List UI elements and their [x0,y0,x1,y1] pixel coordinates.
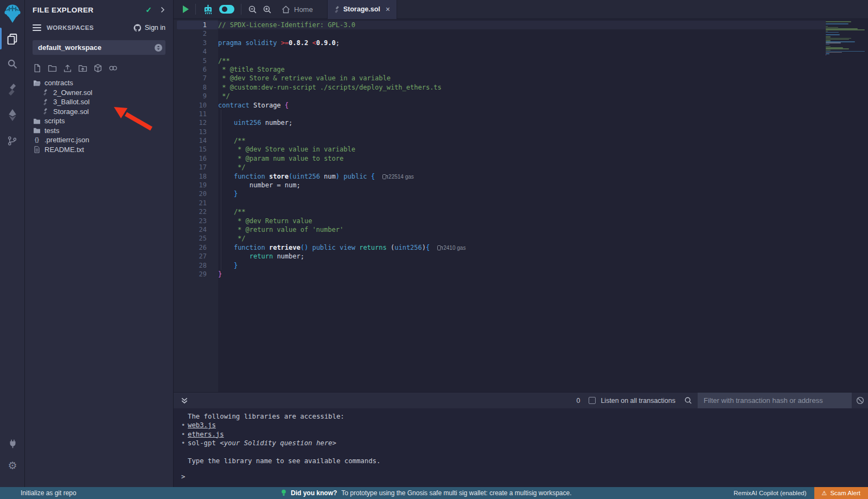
code-line[interactable]: */ [218,92,826,100]
code-line[interactable]: } [218,190,826,198]
remix-ide-window: ⚙ FILE EXPLORER ✓ WORKSPACES Sign in d [0,0,868,499]
code-line[interactable]: /** [218,56,826,65]
code-line[interactable] [218,29,826,38]
tree-item-readme-txt[interactable]: README.txt [25,145,173,155]
code-line[interactable] [218,128,826,136]
code-line[interactable]: */ [218,234,826,243]
code-line[interactable]: } [218,261,826,270]
code-line[interactable]: number = num; [218,181,826,190]
sidebar-item-plugin-manager[interactable] [0,437,25,450]
code-line[interactable] [218,199,826,207]
code-line[interactable]: * @return value of 'number' [218,225,826,234]
tree-item-contracts[interactable]: contracts [25,78,173,88]
tree-item-3-ballot-sol[interactable]: 3_Ballot.sol [25,97,173,107]
tab-storage-sol[interactable]: Storage.sol × [327,0,397,19]
terminal-prompt[interactable]: > [181,473,868,481]
fuel-pump-icon [382,174,386,179]
lightbulb-icon [281,489,286,497]
code-line[interactable]: /** [218,207,826,216]
code-line[interactable] [218,47,826,56]
status-bar: Initialize as git repo Did you know? To … [0,487,868,499]
sidebar-item-search[interactable] [0,57,25,71]
terminal-output[interactable]: The following libraries are accessible:•… [174,408,868,481]
library-link[interactable]: web3.js [188,421,216,429]
tree-item-2-owner-sol[interactable]: 2_Owner.sol [25,88,173,98]
warning-icon: ⚠ [822,490,827,497]
line-number: 11 [174,110,218,118]
sidebar-item-deploy-and-run[interactable] [0,108,25,122]
zoom-in-icon[interactable] [263,5,272,14]
sidebar-item-settings[interactable]: ⚙ [0,459,25,472]
line-number: 8 [174,83,218,92]
text-file-icon [33,146,41,153]
solidity-compiler-icon [8,84,17,96]
minimap[interactable] [826,20,868,392]
run-script-button[interactable] [183,5,189,13]
tree-item-tests[interactable]: tests [25,126,173,136]
home-icon [282,5,290,14]
code-line[interactable]: * @custom:dev-run-script ./scripts/deplo… [218,83,826,92]
ai-copilot-robot-icon[interactable] [202,4,214,15]
code-line[interactable]: * @dev Store & retrieve value in a varia… [218,74,826,83]
sidebar-item-file-explorer[interactable] [0,31,25,46]
divider [241,4,241,15]
code-line[interactable]: contract Storage { [218,101,826,110]
zoom-out-icon[interactable] [248,5,257,14]
sign-in-button[interactable]: Sign in [133,24,165,31]
code-line[interactable]: function store(uint256 num) public {2251… [218,172,826,181]
code-line[interactable]: uint256 number; [218,118,826,127]
collapse-terminal-icon[interactable] [181,397,188,405]
code-line[interactable]: * @dev Store value in variable [218,145,826,154]
chevron-right-icon[interactable] [159,7,165,13]
workspace-select[interactable]: default_workspace [33,40,165,55]
home-label: Home [294,5,313,14]
new-file-icon[interactable] [33,64,42,73]
new-folder-icon[interactable] [48,64,57,73]
terminal-line [188,448,868,457]
transaction-filter-input[interactable] [698,393,852,408]
workspaces-row: WORKSPACES Sign in [25,20,173,36]
code-line[interactable]: /** [218,136,826,145]
upload-folder-icon[interactable] [78,64,87,73]
file-explorer-panel: FILE EXPLORER ✓ WORKSPACES Sign in defau… [25,0,174,487]
sidebar-item-git[interactable] [0,134,25,148]
scam-alert-button[interactable]: ⚠ Scam Alert [814,487,868,499]
cube-icon[interactable] [93,64,103,73]
divider [195,4,196,15]
listen-all-checkbox[interactable] [589,397,596,404]
copilot-status[interactable]: RemixAI Copilot (enabled) [733,490,806,496]
upload-file-icon[interactable] [63,64,72,73]
tree-item-scripts[interactable]: scripts [25,116,173,126]
clear-console-icon[interactable] [852,396,868,405]
remix-logo-icon[interactable] [2,3,23,24]
terminal-search-icon[interactable] [684,396,692,405]
code-line[interactable]: function retrieve() public view returns … [218,243,826,252]
copilot-toggle[interactable] [219,5,234,14]
code-line[interactable]: // SPDX-License-Identifier: GPL-3.0 [218,21,826,29]
code-line[interactable]: */ [218,163,826,172]
tab-home[interactable]: Home [282,5,313,14]
tree-item--prettierrc-json[interactable]: { }.prettierrc.json [25,135,173,145]
code-line[interactable]: } [218,270,826,279]
code-line[interactable]: * @param num value to store [218,154,826,163]
code-line[interactable]: return number; [218,252,826,261]
code-line[interactable] [218,110,826,118]
line-number: 25 [174,234,218,243]
tab-close-icon[interactable]: × [386,5,390,14]
code-line[interactable]: * @title Storage [218,65,826,74]
code-editor[interactable]: 1234567891011121314151617181920212223242… [174,20,868,392]
sidebar-item-solidity-compiler[interactable] [0,83,25,97]
workspaces-menu-icon[interactable] [33,24,41,31]
tree-item-storage-sol[interactable]: Storage.sol [25,107,173,117]
code-line[interactable]: * @dev Return value [218,217,826,225]
link-icon[interactable] [108,64,118,73]
solidity-file-icon [334,6,340,13]
library-link[interactable]: ethers.js [188,431,224,438]
line-number: 24 [174,225,218,234]
gas-estimate-badge: 2410 gas [437,245,465,251]
file-tree: contracts2_Owner.sol3_Ballot.solStorage.… [25,78,173,154]
code-line[interactable]: pragma solidity >=0.8.2 <0.9.0; [218,39,826,47]
init-git-repo-button[interactable]: Initialize as git repo [21,489,76,497]
line-number: 5 [174,56,218,65]
tree-item-label: 3_Ballot.sol [53,98,90,106]
